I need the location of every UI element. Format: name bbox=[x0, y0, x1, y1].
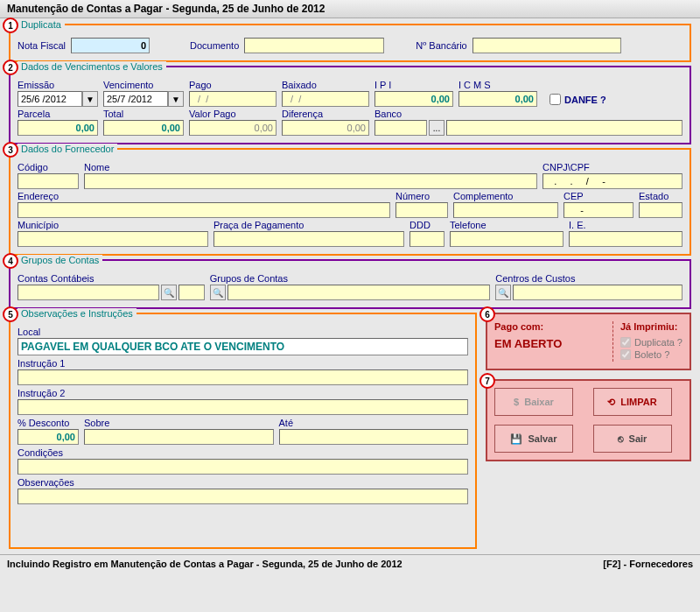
endereco-input[interactable] bbox=[18, 202, 390, 218]
obs-input[interactable] bbox=[18, 489, 468, 504]
total-input[interactable] bbox=[103, 120, 184, 136]
vencimento-input[interactable] bbox=[103, 91, 168, 107]
badge-1: 1 bbox=[3, 18, 18, 33]
baixado-label: Baixado bbox=[282, 80, 369, 90]
parcela-label: Parcela bbox=[18, 109, 98, 119]
nbancario-input[interactable] bbox=[472, 38, 621, 53]
municipio-label: Município bbox=[18, 220, 208, 230]
badge-6: 6 bbox=[480, 306, 495, 322]
danfe-label: DANFE ? bbox=[564, 95, 606, 105]
dup-label: Duplicata ? bbox=[634, 337, 682, 348]
salvar-label: Salvar bbox=[528, 433, 556, 444]
bol-checkbox bbox=[620, 349, 631, 360]
ate-input[interactable] bbox=[279, 429, 469, 445]
telefone-input[interactable] bbox=[450, 231, 564, 247]
save-icon: 💾 bbox=[510, 433, 522, 445]
bol-check-wrap: Boleto ? bbox=[620, 349, 682, 360]
compl-label: Complemento bbox=[453, 191, 558, 201]
banco-desc-input[interactable] bbox=[446, 120, 682, 136]
legend-fornecedor: Dados do Fornecedor bbox=[18, 144, 117, 154]
banco-lookup-button[interactable]: ... bbox=[429, 120, 444, 136]
ddd-input[interactable] bbox=[410, 231, 444, 247]
cc-label: Contas Contábeis bbox=[18, 273, 205, 284]
sair-button[interactable]: ⎋Sair bbox=[593, 425, 672, 453]
danfe-checkbox-wrap[interactable]: DANFE ? bbox=[550, 94, 606, 105]
banco-label: Banco bbox=[374, 109, 682, 119]
cep-label: CEP bbox=[564, 191, 634, 201]
municipio-input[interactable] bbox=[18, 231, 208, 247]
compl-input[interactable] bbox=[453, 202, 558, 218]
dup-checkbox bbox=[620, 337, 631, 348]
danfe-checkbox[interactable] bbox=[550, 94, 561, 105]
local-label: Local bbox=[18, 327, 468, 337]
dif-input[interactable] bbox=[282, 120, 369, 136]
gc-input[interactable] bbox=[228, 285, 491, 300]
cc-input[interactable] bbox=[18, 285, 159, 300]
i2-label: Instrução 2 bbox=[18, 388, 468, 398]
group-duplicata: 1 Duplicata Nota Fiscal Documento Nº Ban… bbox=[9, 24, 691, 62]
vencimento-label: Vencimento bbox=[103, 80, 184, 90]
praca-label: Praça de Pagamento bbox=[214, 220, 404, 230]
ipi-input[interactable] bbox=[374, 91, 453, 107]
i2-input[interactable] bbox=[18, 399, 468, 415]
banco-code-input[interactable] bbox=[374, 120, 427, 136]
vpago-label: Valor Pago bbox=[189, 109, 276, 119]
ie-input[interactable] bbox=[569, 231, 682, 247]
group-contas: 4 Grupos de Contas Contas Contábeis 🔍 Gr… bbox=[9, 259, 691, 309]
numero-label: Número bbox=[396, 191, 448, 201]
group-vencimentos: 2 Dados de Vencimentos e Valores Emissão… bbox=[9, 66, 691, 144]
praca-input[interactable] bbox=[214, 231, 404, 247]
badge-2: 2 bbox=[3, 60, 18, 75]
pago-input[interactable] bbox=[189, 91, 276, 107]
local-input[interactable] bbox=[18, 338, 468, 355]
baixar-label: Baixar bbox=[524, 397, 554, 407]
codigo-input[interactable] bbox=[18, 173, 79, 189]
buttons-panel: 7 $Baixar ⟲LIMPAR 💾Salvar ⎋Sair bbox=[486, 379, 691, 461]
icms-label: I C M S bbox=[458, 80, 537, 90]
badge-7: 7 bbox=[480, 373, 495, 389]
codigo-label: Código bbox=[18, 162, 79, 172]
money-icon: $ bbox=[514, 397, 519, 407]
nbancario-label: Nº Bancário bbox=[416, 40, 466, 51]
cdc-input[interactable] bbox=[513, 285, 682, 300]
vencimento-dropdown[interactable]: ▼ bbox=[168, 91, 184, 107]
baixado-input[interactable] bbox=[282, 91, 369, 107]
gc-lookup-button[interactable]: 🔍 bbox=[210, 285, 226, 300]
numero-input[interactable] bbox=[396, 202, 448, 218]
icms-input[interactable] bbox=[458, 91, 537, 107]
sobre-input[interactable] bbox=[84, 429, 274, 445]
gc-label: Grupos de Contas bbox=[210, 273, 491, 284]
cc-lookup-button[interactable]: 🔍 bbox=[161, 285, 177, 300]
cep-input[interactable] bbox=[564, 202, 634, 218]
emissao-dropdown[interactable]: ▼ bbox=[82, 91, 98, 107]
cnpj-input[interactable] bbox=[542, 173, 682, 189]
cc-code-input[interactable] bbox=[178, 285, 205, 300]
total-label: Total bbox=[103, 109, 184, 119]
dup-check-wrap: Duplicata ? bbox=[620, 337, 682, 348]
status-bar: Incluindo Registro em Manutenção de Cont… bbox=[0, 554, 700, 573]
nota-fiscal-input[interactable] bbox=[71, 38, 150, 53]
dif-label: Diferença bbox=[282, 109, 369, 119]
documento-label: Documento bbox=[190, 40, 239, 51]
emissao-input[interactable] bbox=[18, 91, 82, 107]
cnpj-label: CNPJ\CPF bbox=[542, 162, 682, 172]
nome-input[interactable] bbox=[84, 173, 537, 189]
bol-label: Boleto ? bbox=[634, 349, 669, 360]
legend-obs: Observações e Instruções bbox=[18, 308, 136, 319]
estado-label: Estado bbox=[639, 191, 682, 201]
cond-input[interactable] bbox=[18, 459, 468, 475]
salvar-button[interactable]: 💾Salvar bbox=[494, 425, 573, 453]
legend-contas: Grupos de Contas bbox=[18, 255, 102, 265]
cdc-lookup-button[interactable]: 🔍 bbox=[495, 285, 511, 300]
desc-input[interactable] bbox=[18, 429, 79, 445]
telefone-label: Telefone bbox=[450, 220, 564, 230]
vpago-input[interactable] bbox=[189, 120, 276, 136]
baixar-button[interactable]: $Baixar bbox=[494, 388, 573, 416]
parcela-input[interactable] bbox=[18, 120, 98, 136]
i1-input[interactable] bbox=[18, 369, 468, 385]
documento-input[interactable] bbox=[244, 38, 384, 53]
legend-duplicata: Duplicata bbox=[18, 19, 65, 30]
limpar-button[interactable]: ⟲LIMPAR bbox=[593, 388, 672, 416]
endereco-label: Endereço bbox=[18, 191, 390, 201]
estado-input[interactable] bbox=[639, 202, 682, 218]
